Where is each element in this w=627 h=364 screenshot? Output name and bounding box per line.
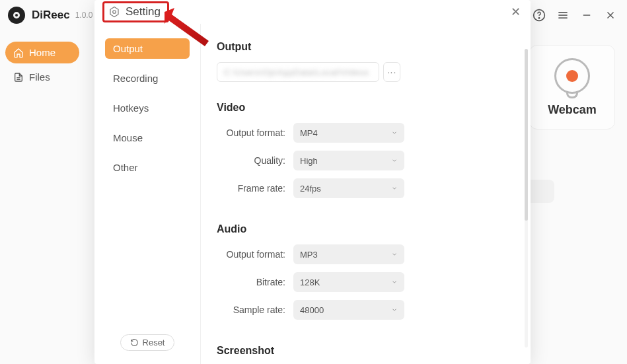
modal-close-button[interactable]: ✕ — [508, 5, 523, 19]
webcam-label: Webcam — [548, 103, 597, 117]
section-title-audio: Audio — [217, 223, 515, 235]
settings-modal: Setting ✕ Output Recording Hotkeys Mouse… — [94, 0, 531, 364]
mode-card-webcam[interactable]: Webcam — [529, 45, 615, 129]
modal-header: Setting ✕ — [94, 0, 531, 24]
chevron-down-icon — [391, 305, 398, 315]
modal-title: Setting — [126, 5, 161, 18]
settings-content: Output C:\Users\Op\AppData\Local\Videos … — [200, 24, 531, 364]
svg-point-1 — [538, 17, 539, 18]
scrollbar-thumb[interactable] — [525, 49, 528, 221]
dropdown-value: 48000 — [300, 305, 324, 315]
audio-samplerate-label: Sample rate: — [217, 305, 285, 315]
file-icon — [13, 72, 24, 83]
chevron-down-icon — [391, 128, 398, 138]
app-logo-inner — [13, 12, 20, 18]
chevron-down-icon — [391, 156, 398, 166]
section-title-video: Video — [217, 102, 515, 114]
settings-nav-mouse[interactable]: Mouse — [105, 127, 190, 148]
settings-nav-hotkeys[interactable]: Hotkeys — [105, 98, 190, 118]
sidebar-item-label: Home — [29, 47, 55, 58]
dropdown-value: 128K — [300, 277, 320, 287]
audio-bitrate-label: Bitrate: — [217, 277, 285, 287]
chevron-down-icon — [391, 184, 398, 194]
output-path-browse-button[interactable]: ··· — [383, 62, 400, 82]
dropdown-value: MP4 — [300, 128, 318, 138]
dropdown-value: MP3 — [300, 250, 318, 260]
home-icon — [13, 48, 24, 58]
video-quality-dropdown[interactable]: High — [293, 151, 404, 170]
video-format-label: Output format: — [217, 127, 285, 138]
chevron-down-icon — [391, 277, 398, 287]
app-name: DiReec — [32, 9, 70, 22]
close-window-icon[interactable] — [602, 7, 619, 24]
video-format-dropdown[interactable]: MP4 — [293, 123, 404, 143]
reset-icon — [130, 338, 139, 347]
dropdown-value: 24fps — [300, 184, 321, 194]
settings-nav: Output Recording Hotkeys Mouse Other Res… — [94, 24, 200, 364]
svg-point-11 — [113, 11, 116, 14]
sidebar-item-label: Files — [29, 71, 50, 83]
audio-format-label: Output format: — [217, 249, 285, 260]
sidebar-item-home[interactable]: Home — [5, 42, 79, 63]
dropdown-value: High — [300, 156, 318, 166]
video-quality-label: Quality: — [217, 155, 285, 166]
minimize-icon[interactable] — [578, 7, 595, 24]
menu-icon[interactable] — [554, 7, 572, 24]
audio-bitrate-dropdown[interactable]: 128K — [293, 272, 404, 292]
help-icon[interactable] — [531, 7, 548, 24]
app-version: 1.0.0 — [75, 11, 93, 20]
audio-format-dropdown[interactable]: MP3 — [293, 244, 404, 264]
settings-nav-other[interactable]: Other — [105, 157, 190, 178]
sidebar-item-files[interactable]: Files — [5, 66, 79, 88]
section-title-screenshot: Screenshot — [217, 345, 515, 357]
video-framerate-label: Frame rate: — [217, 183, 285, 194]
webcam-icon — [554, 58, 590, 94]
reset-label: Reset — [143, 338, 165, 347]
output-path-input[interactable]: C:\Users\Op\AppData\Local\Videos — [217, 62, 379, 82]
video-framerate-dropdown[interactable]: 24fps — [293, 178, 404, 198]
app-logo — [8, 7, 25, 24]
modal-title-highlight: Setting — [102, 1, 169, 22]
settings-nav-recording[interactable]: Recording — [105, 68, 190, 89]
chevron-down-icon — [391, 250, 398, 260]
reset-button[interactable]: Reset — [120, 334, 175, 351]
section-title-output: Output — [217, 41, 515, 53]
audio-samplerate-dropdown[interactable]: 48000 — [293, 300, 404, 320]
settings-gear-icon — [108, 6, 120, 18]
main-sidebar: Home Files — [0, 30, 85, 102]
output-path-value: C:\Users\Op\AppData\Local\Videos — [224, 67, 369, 77]
settings-nav-output[interactable]: Output — [105, 38, 190, 59]
svg-marker-10 — [110, 7, 118, 17]
